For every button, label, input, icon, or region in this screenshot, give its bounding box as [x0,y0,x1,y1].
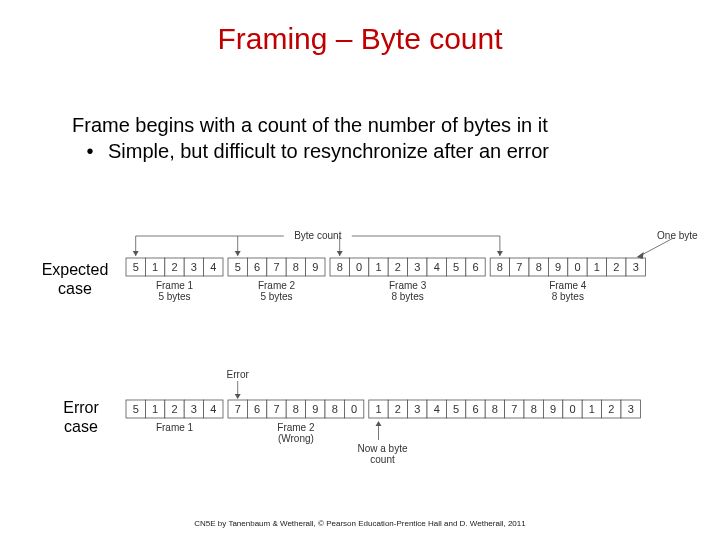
svg-marker-56 [133,251,139,256]
svg-text:9: 9 [312,261,318,273]
svg-text:3: 3 [414,261,420,273]
svg-text:3: 3 [414,403,420,415]
svg-text:1: 1 [375,403,381,415]
svg-text:1: 1 [152,403,158,415]
svg-text:8: 8 [536,261,542,273]
intro-line: Frame begins with a count of the number … [72,112,660,138]
svg-text:3: 3 [191,261,197,273]
svg-text:2: 2 [608,403,614,415]
svg-text:8: 8 [531,403,537,415]
svg-text:6: 6 [254,403,260,415]
intro-block: Frame begins with a count of the number … [72,112,660,164]
svg-text:8: 8 [337,261,343,273]
svg-text:1: 1 [152,261,158,273]
svg-text:7: 7 [235,403,241,415]
svg-text:1: 1 [589,403,595,415]
svg-text:Frame 1: Frame 1 [156,280,194,291]
svg-text:8: 8 [497,261,503,273]
page-title: Framing – Byte count [0,22,720,56]
expected-case-label: Expected case [40,260,110,298]
bullet-marker: • [72,138,108,164]
svg-text:2: 2 [395,403,401,415]
svg-text:2: 2 [613,261,619,273]
svg-text:9: 9 [312,403,318,415]
svg-marker-58 [235,251,241,256]
svg-text:8: 8 [492,403,498,415]
svg-text:Frame 1: Frame 1 [156,422,194,433]
svg-text:count: count [370,454,395,465]
svg-text:9: 9 [555,261,561,273]
svg-text:5 bytes: 5 bytes [260,291,292,302]
error-case-label: Error case [56,398,106,436]
svg-text:0: 0 [569,403,575,415]
svg-text:8: 8 [332,403,338,415]
bullet-text: Simple, but difficult to resynchronize a… [108,138,549,164]
svg-text:4: 4 [210,403,216,415]
svg-text:2: 2 [171,403,177,415]
svg-text:5: 5 [133,403,139,415]
svg-text:5: 5 [133,261,139,273]
footer-citation: CN5E by Tanenbaum & Wetherall, © Pearson… [0,519,720,528]
svg-text:(Wrong): (Wrong) [278,433,314,444]
svg-text:2: 2 [395,261,401,273]
svg-text:5: 5 [235,261,241,273]
svg-text:3: 3 [191,403,197,415]
svg-text:6: 6 [472,261,478,273]
svg-text:Byte count: Byte count [294,230,341,241]
svg-text:3: 3 [633,261,639,273]
svg-text:5: 5 [453,261,459,273]
svg-text:Error: Error [227,369,250,380]
svg-text:Frame 3: Frame 3 [389,280,427,291]
svg-text:8: 8 [293,261,299,273]
svg-text:7: 7 [273,403,279,415]
svg-text:Now a byte: Now a byte [357,443,407,454]
svg-text:3: 3 [628,403,634,415]
svg-text:4: 4 [434,261,440,273]
svg-marker-133 [376,421,382,426]
svg-text:1: 1 [594,261,600,273]
svg-marker-60 [337,251,343,256]
svg-text:Frame 2: Frame 2 [277,422,315,433]
svg-text:8: 8 [293,403,299,415]
svg-text:7: 7 [516,261,522,273]
diagram-error: 51234767898012345687890123ErrorFrame 1Fr… [118,370,698,470]
svg-marker-62 [497,251,503,256]
svg-text:7: 7 [511,403,517,415]
svg-text:4: 4 [210,261,216,273]
svg-text:One byte: One byte [657,230,698,241]
svg-text:7: 7 [273,261,279,273]
svg-text:0: 0 [356,261,362,273]
svg-text:5: 5 [453,403,459,415]
svg-text:9: 9 [550,403,556,415]
svg-text:1: 1 [375,261,381,273]
svg-text:2: 2 [171,261,177,273]
svg-text:4: 4 [434,403,440,415]
svg-text:0: 0 [574,261,580,273]
svg-text:Frame 2: Frame 2 [258,280,296,291]
svg-text:6: 6 [472,403,478,415]
svg-text:6: 6 [254,261,260,273]
svg-text:8 bytes: 8 bytes [552,291,584,302]
svg-marker-128 [235,394,241,399]
svg-text:0: 0 [351,403,357,415]
svg-text:5 bytes: 5 bytes [158,291,190,302]
svg-text:Frame 4: Frame 4 [549,280,587,291]
svg-text:8 bytes: 8 bytes [391,291,423,302]
diagram-expected: 51234567898012345687890123Byte countOne … [118,226,698,324]
